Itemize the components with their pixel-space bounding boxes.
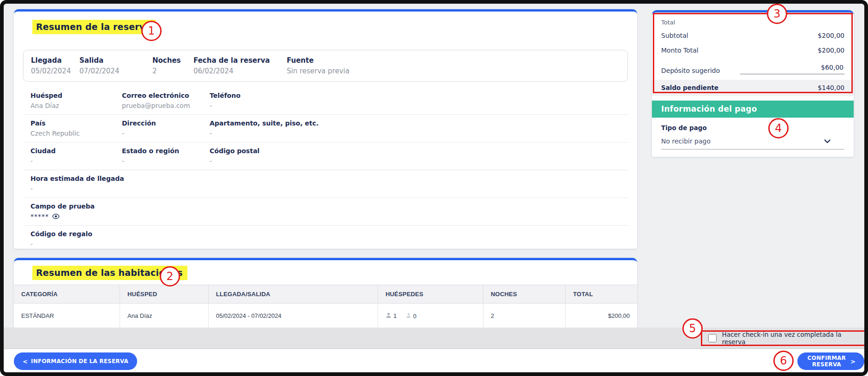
screenshot-frame: Resumen de la reserva Llegada 05/02/2024… (0, 0, 868, 376)
stay-source-label: Fuente (287, 56, 350, 65)
test-field-label: Campo de prueba (30, 203, 95, 210)
col-guests: HUÉSPEDES (378, 285, 483, 304)
zip-label: Código postal (210, 147, 353, 155)
page-background: Resumen de la reserva Llegada 05/02/2024… (4, 4, 864, 372)
detail-row: País Czech Republic Dirección - Apartame… (23, 115, 628, 143)
guest-details-grid: Huésped Ana Díaz Correo electrónico prue… (23, 87, 628, 253)
col-nights: NOCHES (483, 285, 566, 304)
cell-guest: Ana Díaz (120, 304, 209, 328)
total-amount-label: Monto Total (661, 47, 699, 54)
guest-label: Huésped (30, 92, 117, 99)
email-field: Correo electrónico prueba@prueba.com (122, 92, 210, 109)
payment-type-value: No recibir pago (661, 137, 711, 145)
subtotal-label: Subtotal (661, 32, 688, 39)
checkin-checkbox-label: Hacer check-in una vez completada la res… (722, 331, 864, 346)
zip-field: Código postal - (210, 147, 357, 165)
eye-icon[interactable] (52, 214, 60, 219)
payment-info-header: Información del pago (652, 101, 854, 118)
child-icon (406, 313, 411, 320)
chevron-right-icon: > (850, 358, 856, 365)
stay-source: Fuente Sin reserva previa (287, 56, 350, 75)
guest-field: Huésped Ana Díaz (30, 92, 122, 109)
stay-departure: Salida 07/02/2024 (79, 56, 152, 75)
pending-balance-value: $140,00 (818, 84, 844, 91)
country-field: País Czech Republic (30, 119, 122, 137)
totals-section: Total Subtotal $200,00 Monto Total $200,… (652, 12, 854, 74)
stay-booking-date-label: Fecha de la reserva (193, 56, 287, 65)
state-label: Estado o región (122, 147, 205, 155)
stay-arrival-label: Llegada (31, 56, 79, 65)
apartment-field: Apartamento, suite, piso, etc. - (210, 119, 357, 137)
cell-category: ESTÁNDAR (14, 304, 120, 328)
stay-info-box: Llegada 05/02/2024 Salida 07/02/2024 Noc… (23, 50, 628, 82)
annotation-circle-6: 6 (773, 351, 794, 371)
country-value: Czech Republic (30, 130, 117, 137)
col-guest: HUÉSPED (120, 285, 209, 304)
deposit-input[interactable] (740, 64, 844, 74)
cell-dates: 05/02/2024 - 07/02/2024 (208, 304, 378, 328)
cell-nights: 2 (483, 304, 566, 328)
totals-caption: Total (661, 19, 844, 26)
zip-value: - (210, 157, 353, 165)
subtotal-value: $200,00 (818, 32, 844, 39)
total-amount-value: $200,00 (818, 47, 844, 54)
stay-booking-date: Fecha de la reserva 06/02/2024 (193, 56, 287, 75)
payment-type-label: Tipo de pago (661, 124, 844, 131)
children-count: 0 (406, 313, 416, 320)
chevron-left-icon: < (23, 358, 28, 365)
stay-nights-label: Noches (152, 56, 193, 65)
country-label: País (30, 119, 117, 127)
checkin-checkbox-row: Hacer check-in una vez completada la res… (701, 330, 864, 346)
deposit-label: Depósito sugerido (661, 67, 720, 74)
reservation-info-button[interactable]: < INFORMACIÓN DE LA RESERVA (14, 352, 137, 370)
detail-row: Hora estimada de llegada - (23, 170, 628, 198)
stay-arrival: Llegada 05/02/2024 (31, 56, 79, 75)
rooms-table-header-row: CATEGORÍA HUÉSPED LLEGADA/SALIDA HUÉSPED… (14, 285, 637, 304)
state-field: Estado o región - (122, 147, 210, 165)
detail-row: Código de regalo - (23, 226, 628, 253)
gift-code-label: Código de regalo (30, 230, 92, 238)
confirm-reservation-button[interactable]: CONFIRMAR RESERVA > (797, 352, 864, 370)
stay-departure-value: 07/02/2024 (79, 67, 152, 75)
detail-row: Ciudad - Estado o región - Código postal… (23, 143, 628, 170)
checkin-checkbox[interactable] (708, 334, 717, 342)
annotation-circle-1: 1 (141, 21, 162, 41)
payment-section: Tipo de pago No recibir pago (652, 118, 854, 157)
stay-source-value: Sin reserva previa (287, 67, 350, 75)
stay-booking-date-value: 06/02/2024 (193, 67, 287, 75)
annotation-circle-5: 5 (682, 318, 703, 339)
stay-nights: Noches 2 (152, 56, 193, 75)
stay-departure-label: Salida (79, 56, 152, 65)
rooms-summary-card: Resumen de las habitaciones CATEGORÍA HU… (14, 258, 637, 328)
rooms-table-row: ESTÁNDAR Ana Díaz 05/02/2024 - 07/02/202… (14, 304, 637, 328)
city-field: Ciudad - (30, 147, 122, 165)
address-label: Dirección (122, 119, 205, 127)
gift-code-value: - (30, 240, 92, 248)
address-field: Dirección - (122, 119, 210, 137)
pending-balance-label: Saldo pendiente (661, 84, 718, 91)
address-value: - (122, 130, 205, 137)
apartment-label: Apartamento, suite, piso, etc. (210, 119, 353, 127)
city-value: - (30, 157, 117, 165)
annotation-circle-3: 3 (767, 4, 787, 24)
chevron-down-icon (824, 139, 831, 143)
stay-arrival-value: 05/02/2024 (31, 67, 79, 75)
adults-count: 1 (386, 312, 397, 320)
reservation-summary-card: Resumen de la reserva Llegada 05/02/2024… (14, 9, 637, 249)
total-amount-row: Monto Total $200,00 (661, 47, 844, 54)
annotation-circle-4: 4 (768, 118, 789, 138)
phone-value: - (210, 102, 353, 109)
phone-field: Teléfono - (210, 92, 357, 109)
totals-payment-panel: Total Subtotal $200,00 Monto Total $200,… (652, 10, 854, 157)
eta-label: Hora estimada de llegada (30, 175, 124, 182)
email-label: Correo electrónico (122, 92, 205, 99)
adult-icon (386, 312, 392, 320)
detail-row: Campo de prueba ***** (23, 198, 628, 226)
payment-type-select[interactable]: No recibir pago (661, 137, 844, 149)
col-total: TOTAL (566, 285, 637, 304)
gift-code-field: Código de regalo - (30, 230, 97, 248)
annotation-circle-2: 2 (160, 266, 180, 286)
rooms-table: CATEGORÍA HUÉSPED LLEGADA/SALIDA HUÉSPED… (14, 285, 637, 328)
eta-field: Hora estimada de llegada - (30, 175, 129, 192)
detail-row: Huésped Ana Díaz Correo electrónico prue… (23, 87, 628, 115)
